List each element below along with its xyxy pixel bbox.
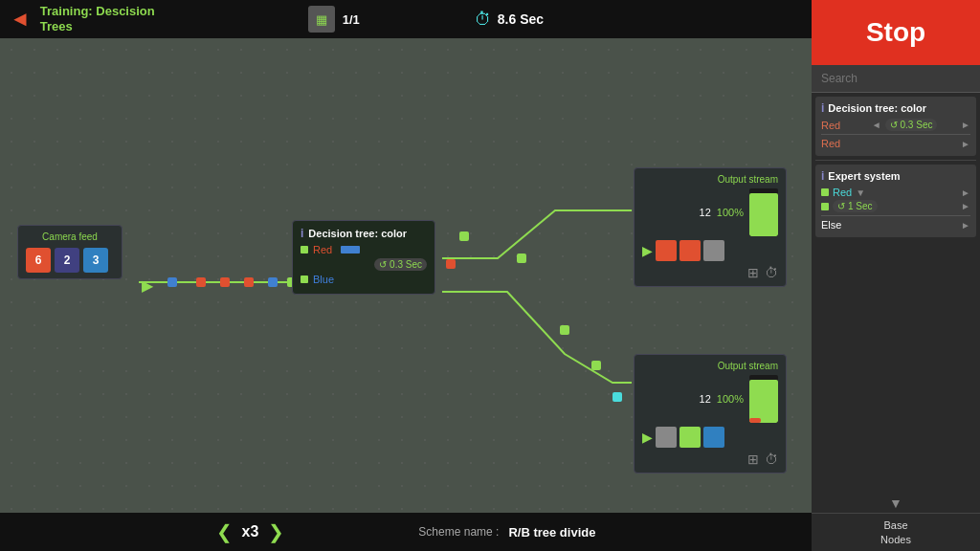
connector-mid-red [446,259,456,269]
section-divider [815,160,976,161]
panel-arrow-2: ► [961,120,970,130]
page-title: Training: Descision Trees [40,4,155,33]
output-bottom-play: ▶ [642,430,653,445]
play-arrow-camera: ▶ [142,276,153,295]
output-bottom-stats: 12 100% [642,375,778,423]
panel-info-badge-2[interactable]: i [821,169,824,183]
panel-timer-1: 0.3 Sec [885,119,938,131]
flow-canvas[interactable]: Camera feed 6 2 3 ▶ i Decision tree: col… [0,38,812,513]
base-nodes-button[interactable]: BaseNodes [812,513,980,551]
output-bottom-clock-icon[interactable]: ⏱ [765,452,778,467]
panel-expert-red: Red [833,187,852,198]
panel-card-title-1: Decision tree: color [828,102,926,114]
camera-feed-icons: 6 2 3 [26,248,114,273]
decision-node-title: Decision tree: color [308,228,407,239]
cam-icon-3: 3 [83,248,108,273]
output-top-clock-icon[interactable]: ⏱ [765,265,778,280]
timer-icon: ⏱ [475,10,492,30]
output-bottom-bar [749,375,778,423]
panel-green-dot [821,188,829,196]
count-icon: ▦ [308,6,335,33]
panel-else-label: Else [821,219,841,231]
decision-blue-label: Blue [313,274,334,285]
panel-divider-1 [821,134,970,135]
panel-arrow-6: ► [961,220,970,231]
decision-red-row: Red [301,244,427,255]
panel-expert-row-2: 1 Sec ► [821,200,970,212]
stop-button[interactable]: Stop [812,0,980,65]
back-button[interactable]: ◄ [10,7,31,32]
panel-divider-2 [821,215,970,216]
right-panel: Stop i Decision tree: color Red ◄ 0.3 Se… [812,0,980,551]
panel-green-dot-2 [821,203,829,210]
panel-timer-2: 1 Sec [833,200,878,212]
panel-info-badge-1[interactable]: i [821,101,824,115]
output-top-bottom: ⊞ ⏱ [642,265,778,280]
panel-expert-card[interactable]: i Expert system Red ▼ ► 1 Sec ► Else ► [815,165,976,237]
panel-scroll-controls: ▼ [812,494,980,513]
output-bottom-icons: ▶ [642,427,778,448]
camera-feed-node[interactable]: Camera feed 6 2 3 [17,225,122,279]
panel-card-title-2: Expert system [828,170,900,182]
panel-dropdown-arrow[interactable]: ▼ [856,187,865,198]
output-bottom-layers-icon[interactable]: ⊞ [747,452,759,467]
decision-timer-row: 0.3 Sec [301,258,427,271]
panel-label-red-1: Red [821,120,848,131]
connector-sq-1 [167,277,177,287]
output-stream-top[interactable]: Output stream 12 100% ▶ ⊞ ⏱ [634,167,787,287]
panel-arrow-4: ► [961,187,970,198]
output-bottom-count: 12 [700,393,711,405]
decision-timer: 0.3 Sec [374,258,427,271]
connector-sq-3 [220,277,230,287]
output-top-title: Output stream [642,174,778,185]
connector-mid-2 [560,325,569,335]
panel-arrow-5: ► [961,201,970,211]
output-top-pct: 100% [717,207,744,218]
output-bottom-title: Output stream [642,361,778,371]
chevron-right[interactable]: ❯ [268,520,284,543]
cam-icon-6: 6 [26,248,51,273]
connector-mid-top [459,231,469,241]
header-center: ▦ 1/1 [308,6,360,33]
panel-card-header-2: i Expert system [821,169,970,183]
camera-feed-title: Camera feed [26,231,114,242]
output-top-play: ▶ [642,243,653,258]
output-top-stats: 12 100% [642,188,778,236]
output-top-layers-icon[interactable]: ⊞ [747,265,759,280]
chevron-left[interactable]: ❮ [216,520,233,543]
connector-bottom-2 [591,361,601,370]
connector-sq-5 [268,277,278,287]
decision-tree-node[interactable]: i Decision tree: color Red 0.3 Sec Blue [292,220,435,295]
decision-red-label: Red [313,244,332,255]
output-bottom-bottom: ⊞ ⏱ [642,452,778,467]
connector-sq-2 [196,277,206,287]
panel-scroll[interactable]: i Decision tree: color Red ◄ 0.3 Sec ► R… [812,93,980,494]
connector-top-1 [517,253,526,263]
scheme-label: Scheme name : [418,525,499,539]
output-top-count: 12 [700,207,711,218]
panel-row-red-1: Red ◄ 0.3 Sec ► [821,119,970,131]
info-badge[interactable]: i [301,227,303,240]
search-input[interactable] [812,65,980,93]
connector-sq-4 [244,277,254,287]
panel-label-red-2: Red [821,138,848,149]
bottom-bar: ❮ x3 ❯ Scheme name : R/B tree divide [0,513,812,551]
output-top-bar [749,188,778,236]
connector-bottom-1 [612,392,622,402]
multiplier-display: x3 [242,523,259,540]
panel-card-header-1: i Decision tree: color [821,101,970,115]
timer-value: 8.6 Sec [498,11,544,27]
output-bottom-pct: 100% [717,393,744,405]
count-display: 1/1 [343,12,360,27]
panel-expert-row-1: Red ▼ ► [821,187,970,198]
decision-node-header: i Decision tree: color [301,227,427,240]
panel-arrow-1: ◄ [872,120,881,130]
scheme-name: R/B tree divide [508,525,595,540]
decision-blue-row: Blue [301,274,427,285]
scroll-down-arrow[interactable]: ▼ [889,496,902,510]
output-top-icons: ▶ [642,240,778,261]
panel-decision-tree-card[interactable]: i Decision tree: color Red ◄ 0.3 Sec ► R… [815,97,976,156]
output-stream-bottom[interactable]: Output stream 12 100% ▶ ⊞ ⏱ [634,354,787,474]
cam-icon-2: 2 [55,248,79,273]
panel-row-red-2: Red ► [821,138,970,149]
